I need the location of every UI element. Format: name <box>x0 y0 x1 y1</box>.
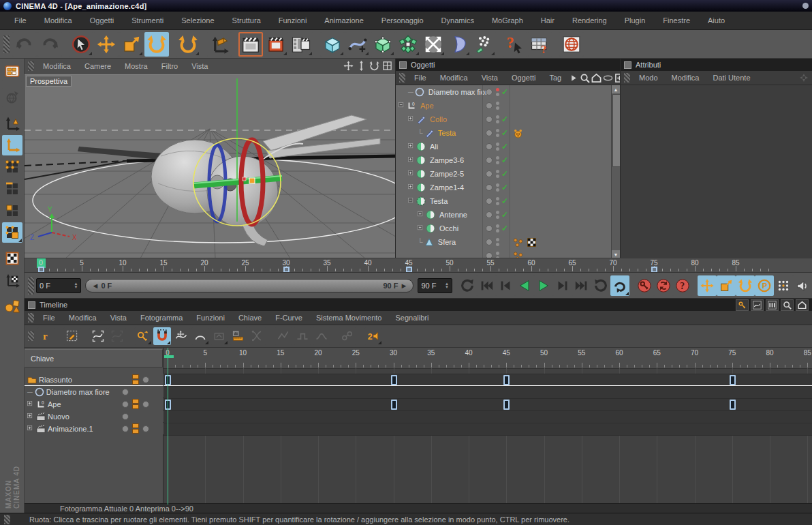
object-row-testa[interactable]: └Testa✓ <box>396 126 620 140</box>
ruler-key-marker[interactable] <box>283 267 290 273</box>
ffd-button[interactable] <box>421 32 446 57</box>
prev-frame-button[interactable] <box>496 275 515 296</box>
edge-mode-button[interactable] <box>2 179 22 199</box>
enabled-check-icon[interactable]: ✓ <box>501 210 508 220</box>
attr-menu-modifica[interactable]: Modifica <box>665 74 706 82</box>
visibility-dots[interactable] <box>496 197 499 205</box>
texture-mode-button[interactable] <box>2 248 22 269</box>
track-row-diametro-max-fiore[interactable]: ─Diametro max fiore <box>25 386 163 397</box>
tl-menu-chiave[interactable]: Chiave <box>232 314 268 322</box>
track-toggle-icon[interactable] <box>132 374 139 385</box>
current-frame-field[interactable]: 0 F▲▼ <box>36 278 81 293</box>
link-chain-button[interactable] <box>339 327 356 345</box>
keyframe[interactable] <box>730 400 736 410</box>
visibility-dots[interactable] <box>496 156 499 164</box>
enabled-check-icon[interactable]: ✓ <box>501 142 508 151</box>
menu-strumenti[interactable]: Strumenti <box>123 16 172 25</box>
object-row-antenne[interactable]: Antenne✓ <box>396 208 620 222</box>
add-deformer-button[interactable] <box>446 32 471 57</box>
viewport-label[interactable]: Prospettiva <box>26 76 72 87</box>
object-row-collo[interactable]: Collo✓ <box>396 112 620 126</box>
zoom-icon[interactable] <box>356 61 366 72</box>
redo-button[interactable] <box>37 32 62 57</box>
add-spline-button[interactable] <box>345 32 370 57</box>
menu-selezione[interactable]: Selezione <box>172 16 223 25</box>
dots-tag-icon[interactable] <box>513 237 523 247</box>
undo-button[interactable] <box>12 32 37 57</box>
tl-menu-fotogramma[interactable]: Fotogramma <box>134 314 189 322</box>
viewport-menu-mostra[interactable]: Mostra <box>118 62 155 70</box>
move-keys-button[interactable] <box>172 327 190 345</box>
home-icon[interactable] <box>796 299 809 311</box>
play-backward-button[interactable] <box>515 275 534 296</box>
visibility-dots[interactable] <box>496 102 499 110</box>
object-manager-titlebar[interactable]: Oggetti <box>396 59 620 71</box>
tl-menu-file[interactable]: File <box>36 314 62 322</box>
enabled-check-icon[interactable]: ✓ <box>501 155 508 165</box>
layer-dot[interactable] <box>486 143 493 150</box>
viewport-menu-filtro[interactable]: Filtro <box>155 62 185 70</box>
track-dot-icon[interactable] <box>122 389 129 395</box>
ruler-key-marker[interactable] <box>406 267 412 273</box>
autokey-button[interactable] <box>654 275 673 296</box>
transport-grip[interactable] <box>28 277 34 295</box>
layer-dot[interactable] <box>486 170 493 177</box>
om-menu-tag[interactable]: Tag <box>542 74 568 82</box>
track-dot-icon[interactable] <box>122 413 129 420</box>
layer-dot[interactable] <box>486 89 493 95</box>
arch-keys-button[interactable] <box>191 327 209 345</box>
maximize-icon[interactable] <box>381 61 392 72</box>
key-marquee-button[interactable] <box>63 327 81 345</box>
zoom-keys-button[interactable] <box>210 327 228 345</box>
track-toggle-icon[interactable] <box>132 423 139 434</box>
visibility-dots[interactable] <box>496 115 499 123</box>
rotate-view-icon[interactable] <box>369 61 379 72</box>
add-particles-button[interactable] <box>471 32 496 57</box>
goto-start-button[interactable] <box>477 275 496 296</box>
panel-menu-icon[interactable] <box>28 301 35 309</box>
track-name[interactable]: Nuovo <box>48 412 69 421</box>
viewport-menu-modifica[interactable]: Modifica <box>36 62 78 70</box>
timeline-playhead[interactable] <box>168 348 168 505</box>
cut-keys-button[interactable] <box>249 327 266 345</box>
expand-icon[interactable] <box>418 211 424 218</box>
goto-end-button[interactable] <box>572 275 591 296</box>
timeline-header-cell[interactable]: Chiave <box>25 349 163 368</box>
menu-dynamics[interactable]: Dynamics <box>433 16 483 25</box>
sound-button[interactable] <box>793 275 812 296</box>
visibility-dots[interactable] <box>496 224 499 232</box>
eye-icon[interactable] <box>603 73 613 83</box>
slope-spline-button[interactable] <box>275 327 292 345</box>
viewport-canvas[interactable]: Prospettiva <box>25 74 395 258</box>
track-dot-icon[interactable] <box>122 425 129 432</box>
use-deformed-button[interactable] <box>2 87 22 108</box>
expand-icon[interactable] <box>408 184 415 191</box>
stepper-icon[interactable]: ▲▼ <box>74 282 78 289</box>
visibility-dots[interactable] <box>496 170 499 178</box>
track-row-animazione-1[interactable]: Animazione.1 <box>25 423 163 434</box>
loop-mode-button[interactable] <box>610 275 629 296</box>
object-name[interactable]: Zampe1-4 <box>430 183 464 192</box>
object-row-ape[interactable]: 0Ape <box>396 99 620 112</box>
layer-dot[interactable] <box>486 239 493 245</box>
visibility-dots[interactable] <box>496 238 499 246</box>
track-row-nuovo[interactable]: Nuovo <box>25 410 163 422</box>
menu-struttura[interactable]: Struttura <box>223 16 270 25</box>
coordinate-system-button[interactable] <box>207 32 232 57</box>
enabled-check-icon[interactable]: ✓ <box>501 128 508 138</box>
key-position-button[interactable] <box>698 275 717 296</box>
command-table-button[interactable]: ? <box>528 32 552 57</box>
pan-icon[interactable] <box>343 61 354 72</box>
keyframe[interactable] <box>391 400 397 410</box>
menu-oggetti[interactable]: Oggetti <box>81 16 123 25</box>
add-hypernurbs-button[interactable] <box>371 32 395 57</box>
object-name[interactable]: Occhi <box>439 224 458 232</box>
menu-animazione[interactable]: Animazione <box>315 16 372 25</box>
attr-menu-dati-utente[interactable]: Dati Utente <box>706 74 758 82</box>
ruler-key-marker[interactable] <box>38 267 44 273</box>
timeline-ruler[interactable]: 0510152025303540455055606570758085 <box>163 348 812 369</box>
track-row-ape[interactable]: 0Ape <box>25 398 163 410</box>
om-menu-grip[interactable] <box>399 73 405 82</box>
track-dot-icon[interactable] <box>142 376 149 383</box>
main-timeline-ruler[interactable]: 0510152025303540455055606570758085 <box>25 258 812 273</box>
